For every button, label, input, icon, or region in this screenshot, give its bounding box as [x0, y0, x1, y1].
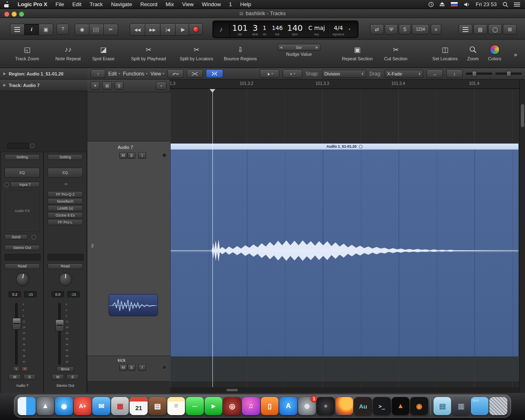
input-format-icon[interactable]: [5, 183, 9, 187]
menu-track[interactable]: Track: [86, 0, 107, 9]
plugin-slot-5[interactable]: FF Pro-L: [48, 219, 83, 225]
track-name[interactable]: kick: [118, 358, 126, 363]
group-slot[interactable]: [5, 254, 41, 260]
inspector-button[interactable]: i: [25, 24, 39, 35]
dock-safari[interactable]: ◉: [55, 397, 73, 415]
colors-button[interactable]: Colors: [484, 44, 505, 61]
dock-finder[interactable]: [18, 397, 36, 415]
menu-mix[interactable]: Mix: [162, 0, 178, 9]
stereo-format-icon[interactable]: ○○: [44, 182, 87, 186]
edit-menu[interactable]: Edit▾: [108, 71, 120, 77]
strip-send-button[interactable]: Send: [5, 234, 27, 240]
menu-view[interactable]: View: [178, 0, 198, 9]
pan-knob[interactable]: [16, 273, 29, 286]
apple-menu[interactable]: [0, 1, 14, 7]
waveform-zoom-button[interactable]: ↔: [427, 69, 443, 78]
list-editors-button[interactable]: [459, 24, 472, 34]
dock-adobe-audition[interactable]: Au: [354, 397, 372, 415]
cut-section-button[interactable]: ✂ Cut Section: [379, 44, 413, 61]
close-window-button[interactable]: [4, 11, 9, 17]
region-loop-icon[interactable]: [359, 145, 363, 148]
crossfade-button[interactable]: [187, 69, 203, 78]
kick-track-lane[interactable]: [170, 356, 519, 382]
mixer-button[interactable]: |||: [89, 24, 104, 35]
record-enable-button[interactable]: R: [21, 366, 28, 372]
pointer-tool-menu[interactable]: ▲ ▾: [260, 69, 279, 78]
strip-output-button[interactable]: Stereo Out: [5, 245, 40, 250]
dock-documents-stack[interactable]: ▤: [434, 397, 452, 415]
track-inspector-header[interactable]: ▶ Track: Audio 7: [0, 80, 87, 91]
rewind-button[interactable]: ◀◀: [130, 23, 145, 36]
plugin-slot-2[interactable]: Noveltech: [48, 198, 83, 204]
strip-mute-button[interactable]: M: [9, 374, 21, 380]
volume-value[interactable]: -15: [24, 291, 37, 297]
strip-input-button[interactable]: Input 7: [10, 182, 40, 187]
bounce-button[interactable]: Bnce: [57, 366, 74, 372]
lcd-beat[interactable]: 3 beat: [250, 21, 260, 38]
zoom-window-button[interactable]: [19, 11, 24, 17]
dock-itunes[interactable]: ♫: [242, 397, 260, 415]
dock-launchpad[interactable]: ▲: [37, 397, 55, 415]
add-track-button[interactable]: +: [91, 82, 100, 90]
nudge-left-icon[interactable]: ◀: [280, 46, 282, 49]
param-circle-icon[interactable]: [30, 144, 34, 148]
volume-value[interactable]: -15: [67, 291, 80, 297]
forward-button[interactable]: ▶▶: [145, 23, 160, 36]
record-enable-icon[interactable]: [162, 365, 167, 370]
plugin-slot-3[interactable]: LinMB (s): [48, 205, 83, 211]
set-locators-button[interactable]: ◫ Set Locators: [427, 44, 463, 61]
dock-dvd-player[interactable]: ◎: [223, 397, 241, 415]
volume-icon[interactable]: [464, 2, 470, 7]
note-pads-button[interactable]: ▤: [473, 24, 487, 34]
editors-button[interactable]: ✂: [104, 24, 118, 35]
track-solo-button[interactable]: S: [128, 152, 135, 159]
dock-vinyl-app[interactable]: ●: [317, 397, 335, 415]
dock-books[interactable]: ▯: [261, 397, 279, 415]
lcd-signature[interactable]: 4/4 signature: [329, 21, 348, 38]
note-repeat-button[interactable]: ♪♪ Note Repeat: [49, 44, 87, 61]
zoom-tool-button[interactable]: Zoom: [463, 44, 483, 61]
playhead[interactable]: [212, 89, 213, 387]
dock-contacts[interactable]: ▤: [148, 397, 167, 415]
disclosure-triangle-icon[interactable]: ▶: [3, 72, 6, 75]
plugin-slot-1[interactable]: FF Pro-Q 2: [48, 191, 83, 197]
playhead-marker[interactable]: [210, 89, 215, 93]
track-solo-button[interactable]: S: [128, 364, 135, 371]
lcd-disclosure-icon[interactable]: ▾: [349, 27, 350, 31]
menubar-clock[interactable]: Fri 23 53: [476, 1, 497, 7]
bounce-regions-button[interactable]: ⇩ Bounce Regions: [219, 44, 262, 61]
lcd-div[interactable]: 1 div: [260, 21, 269, 38]
quick-help-display-button[interactable]: ▣: [39, 24, 53, 35]
horizontal-zoom-slider[interactable]: [466, 73, 492, 75]
dock-stamp-app[interactable]: ▦: [111, 397, 129, 415]
group-slot[interactable]: [48, 254, 84, 260]
vertical-scrollbar[interactable]: [519, 80, 525, 393]
dock-system-preferences[interactable]: ⊛ 1: [298, 397, 316, 415]
nudge-value-stepper[interactable]: ◀ Bar ▶: [278, 44, 320, 51]
menu-record[interactable]: Record: [136, 0, 162, 9]
audio-region[interactable]: Audio 1_51-01.20: [170, 143, 519, 357]
dock-folder[interactable]: [471, 397, 489, 415]
spot-erase-button[interactable]: ◪ Spot Erase: [87, 44, 120, 61]
dock-a-plus-app[interactable]: A+: [74, 397, 92, 415]
drag-mode-select[interactable]: X-Fade ▲▼: [385, 70, 423, 78]
strip-solo-button[interactable]: S: [66, 374, 79, 380]
region-header[interactable]: Audio 1_51-01.20: [171, 144, 518, 150]
track-header-kick[interactable]: kick M S I: [87, 356, 170, 381]
control-bar-more-button[interactable]: »: [431, 24, 441, 34]
dock-rme-digicheck[interactable]: ▲: [392, 397, 410, 415]
dock-trash[interactable]: [489, 397, 507, 415]
cycle-button[interactable]: ⇄: [370, 24, 384, 34]
notification-center-icon[interactable]: [514, 2, 520, 7]
zoom-slider-handle[interactable]: [507, 71, 511, 77]
record-enable-icon[interactable]: [162, 153, 167, 158]
lcd-bpm[interactable]: 140 bpm: [285, 21, 304, 38]
time-machine-icon[interactable]: [428, 2, 434, 7]
master-solo-button[interactable]: S: [114, 82, 123, 90]
dock-messages[interactable]: ⋯: [186, 397, 204, 415]
library-button[interactable]: [10, 24, 25, 35]
flex-button[interactable]: [206, 69, 223, 78]
count-in-button[interactable]: 1234: [412, 24, 429, 34]
split-by-playhead-button[interactable]: ✂ Split by Playhead: [123, 44, 174, 61]
track-input-monitor-button[interactable]: I: [138, 364, 146, 371]
